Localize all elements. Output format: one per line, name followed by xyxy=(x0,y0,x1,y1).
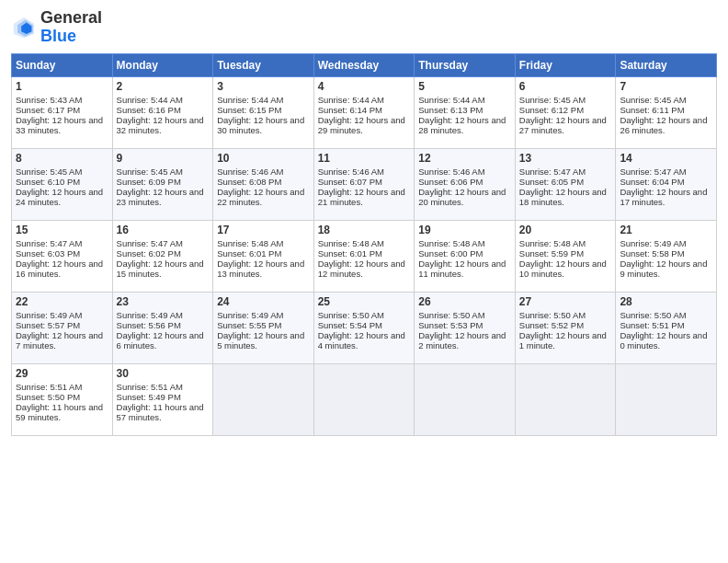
sunset-label: Sunset: 6:01 PM xyxy=(318,248,382,259)
sunrise-label: Sunrise: 5:47 AM xyxy=(16,238,82,248)
day-cell-24: 24Sunrise: 5:49 AMSunset: 5:55 PMDayligh… xyxy=(213,292,314,363)
page-header: General Blue xyxy=(11,9,717,46)
calendar-row-1: 1Sunrise: 5:43 AMSunset: 6:17 PMDaylight… xyxy=(12,76,717,148)
day-number: 20 xyxy=(519,224,612,236)
day-cell-2: 2Sunrise: 5:44 AMSunset: 6:16 PMDaylight… xyxy=(112,76,213,148)
daylight-label: Daylight: 12 hours and 32 minutes. xyxy=(117,115,204,135)
sunset-label: Sunset: 6:10 PM xyxy=(16,177,80,187)
day-number: 28 xyxy=(620,295,712,308)
calendar-row-3: 15Sunrise: 5:47 AMSunset: 6:03 PMDayligh… xyxy=(12,220,717,292)
daylight-label: Daylight: 12 hours and 30 minutes. xyxy=(217,115,304,135)
sunset-label: Sunset: 5:52 PM xyxy=(519,320,584,330)
main-container: General Blue SundayMondayTuesdayWednesda… xyxy=(0,0,728,445)
daylight-label: Daylight: 12 hours and 24 minutes. xyxy=(16,187,103,207)
day-number: 26 xyxy=(418,295,511,308)
sunrise-label: Sunrise: 5:49 AM xyxy=(217,310,283,320)
daylight-label: Daylight: 12 hours and 27 minutes. xyxy=(519,115,607,135)
empty-cell xyxy=(313,363,415,435)
sunset-label: Sunset: 5:51 PM xyxy=(620,320,684,330)
sunset-label: Sunset: 6:00 PM xyxy=(418,248,483,259)
day-cell-26: 26Sunrise: 5:50 AMSunset: 5:53 PMDayligh… xyxy=(415,292,516,363)
sunrise-label: Sunrise: 5:45 AM xyxy=(519,95,586,105)
daylight-label: Daylight: 12 hours and 21 minutes. xyxy=(318,187,405,207)
logo-text: General Blue xyxy=(40,9,102,46)
sunrise-label: Sunrise: 5:47 AM xyxy=(519,167,586,177)
day-number: 29 xyxy=(16,367,108,380)
sunrise-label: Sunrise: 5:47 AM xyxy=(117,238,183,248)
sunrise-label: Sunrise: 5:49 AM xyxy=(117,310,183,320)
sunset-label: Sunset: 5:50 PM xyxy=(16,392,80,402)
daylight-label: Daylight: 12 hours and 15 minutes. xyxy=(117,259,204,279)
day-number: 10 xyxy=(217,152,310,165)
daylight-label: Daylight: 11 hours and 57 minutes. xyxy=(117,402,204,422)
sunrise-label: Sunrise: 5:45 AM xyxy=(620,95,686,105)
daylight-label: Daylight: 12 hours and 12 minutes. xyxy=(318,259,405,279)
day-cell-25: 25Sunrise: 5:50 AMSunset: 5:54 PMDayligh… xyxy=(313,292,415,363)
day-cell-10: 10Sunrise: 5:46 AMSunset: 6:08 PMDayligh… xyxy=(213,148,314,220)
sunset-label: Sunset: 6:01 PM xyxy=(217,248,281,259)
sunrise-label: Sunrise: 5:45 AM xyxy=(16,167,82,177)
day-number: 22 xyxy=(16,295,108,308)
col-header-friday: Friday xyxy=(515,53,616,76)
sunrise-label: Sunrise: 5:44 AM xyxy=(217,95,283,105)
day-number: 5 xyxy=(418,80,511,93)
sunset-label: Sunset: 5:57 PM xyxy=(16,320,80,330)
sunset-label: Sunset: 6:07 PM xyxy=(318,177,382,187)
day-number: 24 xyxy=(217,295,310,308)
day-cell-7: 7Sunrise: 5:45 AMSunset: 6:11 PMDaylight… xyxy=(616,76,717,148)
sunrise-label: Sunrise: 5:47 AM xyxy=(620,167,686,177)
day-number: 15 xyxy=(16,224,108,236)
daylight-label: Daylight: 12 hours and 29 minutes. xyxy=(318,115,405,135)
daylight-label: Daylight: 11 hours and 59 minutes. xyxy=(16,402,103,422)
daylight-label: Daylight: 12 hours and 6 minutes. xyxy=(117,330,204,350)
day-cell-16: 16Sunrise: 5:47 AMSunset: 6:02 PMDayligh… xyxy=(112,220,213,292)
calendar-row-5: 29Sunrise: 5:51 AMSunset: 5:50 PMDayligh… xyxy=(12,363,717,435)
empty-cell xyxy=(515,363,616,435)
calendar-header-row: SundayMondayTuesdayWednesdayThursdayFrid… xyxy=(12,53,717,76)
sunset-label: Sunset: 5:56 PM xyxy=(117,320,181,330)
day-number: 1 xyxy=(16,80,108,93)
day-cell-23: 23Sunrise: 5:49 AMSunset: 5:56 PMDayligh… xyxy=(112,292,213,363)
day-cell-9: 9Sunrise: 5:45 AMSunset: 6:09 PMDaylight… xyxy=(112,148,213,220)
sunrise-label: Sunrise: 5:43 AM xyxy=(16,95,82,105)
sunrise-label: Sunrise: 5:48 AM xyxy=(318,238,384,248)
day-cell-13: 13Sunrise: 5:47 AMSunset: 6:05 PMDayligh… xyxy=(515,148,616,220)
sunrise-label: Sunrise: 5:50 AM xyxy=(519,310,586,320)
col-header-tuesday: Tuesday xyxy=(213,53,314,76)
day-number: 11 xyxy=(318,152,411,165)
day-number: 18 xyxy=(318,224,411,236)
sunset-label: Sunset: 6:13 PM xyxy=(418,105,483,115)
daylight-label: Daylight: 12 hours and 26 minutes. xyxy=(620,115,707,135)
sunset-label: Sunset: 6:06 PM xyxy=(418,177,483,187)
sunset-label: Sunset: 6:04 PM xyxy=(620,177,684,187)
daylight-label: Daylight: 12 hours and 20 minutes. xyxy=(418,187,506,207)
sunrise-label: Sunrise: 5:50 AM xyxy=(620,310,686,320)
col-header-thursday: Thursday xyxy=(415,53,516,76)
sunrise-label: Sunrise: 5:46 AM xyxy=(418,167,484,177)
sunset-label: Sunset: 5:59 PM xyxy=(519,248,584,259)
sunrise-label: Sunrise: 5:44 AM xyxy=(318,95,384,105)
day-cell-4: 4Sunrise: 5:44 AMSunset: 6:14 PMDaylight… xyxy=(313,76,415,148)
logo-icon xyxy=(11,15,37,40)
day-number: 16 xyxy=(117,224,210,236)
day-cell-8: 8Sunrise: 5:45 AMSunset: 6:10 PMDaylight… xyxy=(12,148,113,220)
day-number: 25 xyxy=(318,295,411,308)
day-number: 23 xyxy=(117,295,210,308)
day-number: 17 xyxy=(217,224,310,236)
sunset-label: Sunset: 6:09 PM xyxy=(117,177,181,187)
day-cell-14: 14Sunrise: 5:47 AMSunset: 6:04 PMDayligh… xyxy=(616,148,717,220)
daylight-label: Daylight: 12 hours and 1 minute. xyxy=(519,330,607,350)
day-cell-17: 17Sunrise: 5:48 AMSunset: 6:01 PMDayligh… xyxy=(213,220,314,292)
daylight-label: Daylight: 12 hours and 0 minutes. xyxy=(620,330,707,350)
daylight-label: Daylight: 12 hours and 9 minutes. xyxy=(620,259,707,279)
day-number: 21 xyxy=(620,224,712,236)
daylight-label: Daylight: 12 hours and 10 minutes. xyxy=(519,259,607,279)
sunrise-label: Sunrise: 5:46 AM xyxy=(318,167,384,177)
sunset-label: Sunset: 6:11 PM xyxy=(620,105,684,115)
day-cell-21: 21Sunrise: 5:49 AMSunset: 5:58 PMDayligh… xyxy=(616,220,717,292)
sunset-label: Sunset: 5:58 PM xyxy=(620,248,684,259)
daylight-label: Daylight: 12 hours and 4 minutes. xyxy=(318,330,405,350)
daylight-label: Daylight: 12 hours and 23 minutes. xyxy=(117,187,204,207)
sunset-label: Sunset: 6:12 PM xyxy=(519,105,584,115)
day-number: 27 xyxy=(519,295,612,308)
